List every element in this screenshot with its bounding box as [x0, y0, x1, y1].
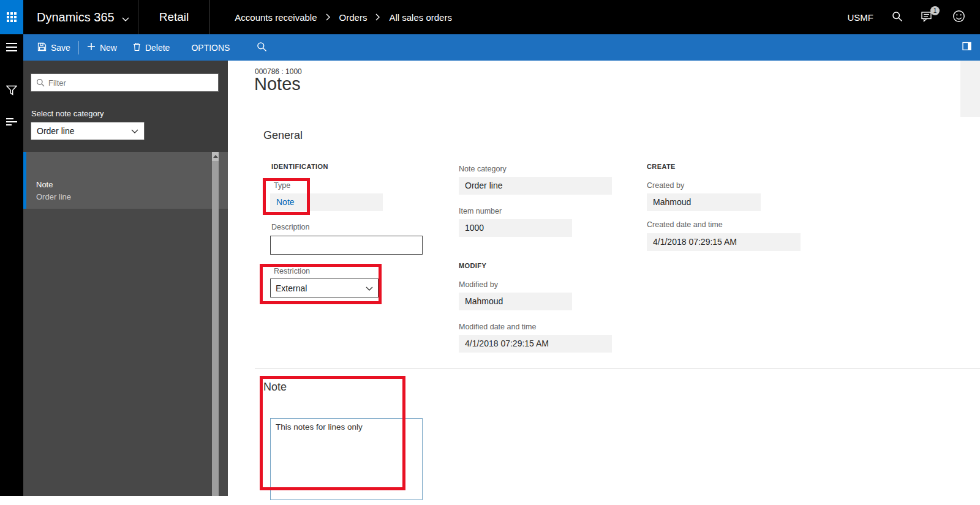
note-category-select-label: Select note category	[31, 109, 104, 118]
trash-icon	[133, 42, 141, 53]
chevron-down-icon[interactable]	[122, 13, 129, 24]
right-gutter	[960, 61, 980, 117]
company-selector[interactable]: USMF	[848, 12, 874, 23]
general-section-header[interactable]: General	[263, 129, 303, 142]
divider	[209, 0, 210, 34]
section-divider	[255, 368, 980, 368]
description-input[interactable]	[270, 236, 423, 255]
notes-list-pane: Select note category Order line Note Ord…	[23, 61, 228, 496]
note-category-field: Order line	[459, 177, 612, 195]
options-menu-button[interactable]: OPTIONS	[178, 34, 243, 61]
action-toolbar: Save New Delete OPTIONS	[23, 34, 980, 61]
filter-funnel-icon[interactable]	[6, 85, 17, 98]
item-number-label: Item number	[459, 207, 502, 215]
note-textarea[interactable]: This notes for lines only	[270, 418, 423, 500]
list-item-note-order-line[interactable]: Note Order line	[23, 152, 228, 209]
side-pane-icon	[962, 42, 971, 53]
waffle-icon	[7, 12, 17, 22]
chevron-down-icon	[366, 283, 373, 293]
identification-group-header: IDENTIFICATION	[271, 163, 328, 170]
chevron-right-icon	[326, 12, 331, 23]
scrollbar[interactable]	[212, 152, 219, 496]
notes-list: Note Order line	[23, 152, 228, 496]
modified-date-label: Modified date and time	[459, 323, 536, 331]
new-button[interactable]: New	[79, 34, 125, 61]
filter-search-box	[31, 73, 219, 92]
left-icon-strip-inner	[0, 34, 23, 496]
modified-by-label: Modified by	[459, 280, 498, 289]
plus-icon	[87, 42, 96, 53]
restriction-dropdown-value: External	[276, 283, 307, 293]
feedback-icon[interactable]: 1	[921, 11, 934, 24]
description-label: Description	[271, 223, 310, 231]
app-title[interactable]: Dynamics 365	[37, 10, 115, 24]
save-icon	[37, 42, 47, 53]
note-category-dropdown[interactable]: Order line	[31, 122, 145, 140]
search-icon	[257, 42, 267, 54]
breadcrumb-orders[interactable]: Orders	[339, 12, 368, 23]
breadcrumb-accounts-receivable[interactable]: Accounts receivable	[235, 12, 317, 23]
delete-button[interactable]: Delete	[125, 34, 178, 61]
breadcrumb-all-sales-orders[interactable]: All sales orders	[389, 12, 452, 23]
created-date-label: Created date and time	[647, 220, 723, 229]
modified-date-field: 4/1/2018 07:29:15 AM	[459, 335, 612, 353]
left-icon-strip	[0, 34, 23, 505]
list-item-subtitle: Order line	[36, 192, 228, 201]
created-by-field: Mahmoud	[647, 193, 761, 211]
note-category-field-label: Note category	[459, 165, 507, 173]
modified-by-field: Mahmoud	[459, 293, 572, 310]
created-by-label: Created by	[647, 181, 684, 190]
filter-input[interactable]	[45, 78, 218, 88]
top-navigation-bar: Dynamics 365 Retail Accounts receivable …	[0, 0, 980, 34]
page-title: Notes	[254, 74, 301, 94]
modify-group-header: MODIFY	[459, 262, 486, 269]
topbar-right-actions: USMF 1	[848, 10, 980, 24]
restriction-label: Restriction	[274, 267, 310, 275]
save-button[interactable]: Save	[29, 34, 78, 61]
toolbar-search-button[interactable]	[243, 34, 281, 61]
note-category-dropdown-value: Order line	[37, 126, 74, 136]
smiley-icon[interactable]	[952, 10, 965, 24]
search-icon	[36, 78, 45, 87]
notes-form: 000786 : 1000 Notes General IDENTIFICATI…	[228, 61, 980, 505]
chevron-right-icon	[375, 12, 380, 23]
item-number-field: 1000	[459, 219, 572, 237]
search-icon[interactable]	[892, 11, 903, 24]
app-launcher-button[interactable]	[0, 0, 23, 34]
scrollbar-up-arrow[interactable]	[212, 152, 219, 161]
list-item-title: Note	[36, 180, 228, 189]
task-list-icon[interactable]	[6, 118, 18, 129]
breadcrumb: Accounts receivable Orders All sales ord…	[235, 12, 452, 23]
create-group-header: CREATE	[647, 163, 676, 170]
close-pane-button[interactable]	[962, 42, 980, 53]
restriction-dropdown[interactable]: External	[270, 279, 379, 297]
hamburger-menu-icon[interactable]	[6, 42, 18, 54]
type-field[interactable]: Note	[270, 193, 383, 211]
new-button-label: New	[100, 43, 117, 53]
save-button-label: Save	[51, 43, 70, 53]
note-section-header[interactable]: Note	[263, 381, 287, 394]
content-area: Select note category Order line Note Ord…	[23, 61, 980, 505]
notification-badge: 1	[930, 6, 940, 15]
type-label: Type	[274, 181, 290, 190]
app-shell: Save New Delete OPTIONS	[0, 34, 980, 505]
options-menu-label: OPTIONS	[191, 43, 230, 53]
delete-button-label: Delete	[145, 43, 170, 53]
module-name[interactable]: Retail	[138, 10, 210, 24]
chevron-down-icon	[131, 126, 138, 136]
created-date-field: 4/1/2018 07:29:15 AM	[647, 233, 801, 251]
